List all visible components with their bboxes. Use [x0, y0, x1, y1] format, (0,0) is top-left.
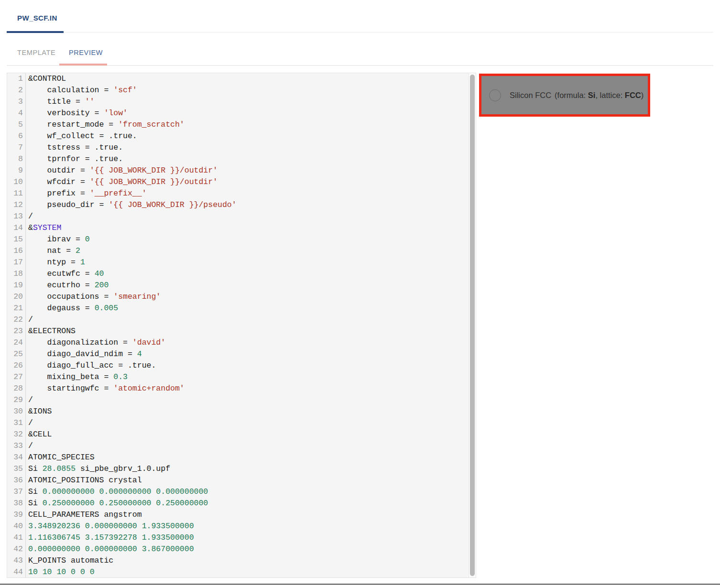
- code-token: '{{ JOB_WORK_DIR }}/pseudo': [109, 200, 236, 209]
- code-token: 'smearing': [113, 292, 161, 301]
- line-number: 18: [7, 268, 26, 280]
- line-number: 19: [7, 280, 26, 291]
- code-token: 0: [85, 235, 90, 244]
- code-line: 11 prefix = '__prefix__': [7, 188, 469, 199]
- code-token: tprnfor = .true.: [28, 154, 123, 163]
- code-line: 31/: [7, 417, 469, 429]
- line-number: 33: [7, 440, 26, 452]
- code-token: '': [85, 97, 95, 106]
- code-line: 38Si 0.250000000 0.250000000 0.250000000: [7, 498, 469, 509]
- code-token: /: [28, 395, 33, 404]
- code-line: 37Si 0.000000000 0.000000000 0.000000000: [7, 486, 469, 498]
- code-token: wf_collect = .true.: [28, 131, 137, 141]
- code-line: 25 diago_david_ndim = 4: [7, 348, 469, 360]
- material-name: Silicon FCC: [510, 91, 551, 99]
- editor-scrollbar-thumb[interactable]: [470, 75, 475, 576]
- bottom-divider: [0, 584, 720, 585]
- material-formula-prefix: (formula:: [555, 91, 588, 99]
- line-number: 28: [7, 383, 26, 394]
- line-number: 34: [7, 452, 26, 463]
- line-number: 4: [7, 108, 26, 119]
- code-token: 40: [95, 269, 104, 278]
- code-line: 411.116306745 3.157392278 1.933500000: [7, 532, 469, 544]
- subtabs-divider: [7, 65, 713, 66]
- page: PW_SCF.IN TEMPLATE PREVIEW 1&CONTROL2 ca…: [0, 0, 720, 588]
- code-token: K_POINTS automatic: [28, 556, 113, 565]
- material-option-label: Silicon FCC(formula: Si, lattice: FCC): [510, 91, 644, 100]
- editor-scrollbar[interactable]: [469, 73, 476, 577]
- code-token: ATOMIC_SPECIES: [28, 453, 95, 462]
- code-token: 'scf': [113, 86, 137, 95]
- code-token: ecutwfc =: [28, 269, 95, 278]
- line-number: 9: [7, 165, 26, 176]
- code-line: 4410 10 10 0 0 0: [7, 566, 469, 578]
- code-line: 36ATOMIC_POSITIONS crystal: [7, 475, 469, 486]
- code-line: 22/: [7, 314, 469, 326]
- line-number: 21: [7, 303, 26, 314]
- code-token: 'from_scratch': [118, 120, 185, 129]
- line-number: 31: [7, 417, 26, 429]
- code-line: 20 occupations = 'smearing': [7, 291, 469, 303]
- code-line: 8 tprnfor = .true.: [7, 153, 469, 165]
- code-token: /: [28, 315, 33, 324]
- code-token: /: [28, 418, 33, 427]
- code-token: pseudo_dir =: [28, 200, 109, 209]
- code-token: /: [28, 212, 33, 221]
- radio-button-icon[interactable]: [489, 89, 501, 101]
- line-number: 10: [7, 176, 26, 188]
- code-line: 32&CELL: [7, 429, 469, 440]
- line-number: 35: [7, 463, 26, 475]
- code-token: occupations =: [28, 292, 113, 301]
- code-token: diago_full_acc = .true.: [28, 361, 156, 370]
- material-option-silicon-fcc[interactable]: Silicon FCC(formula: Si, lattice: FCC): [479, 74, 650, 117]
- code-token: 4: [137, 349, 142, 359]
- code-line: 24 diagonalization = 'david': [7, 337, 469, 348]
- code-token: prefix =: [28, 189, 90, 198]
- code-line: 1&CONTROL: [7, 73, 469, 85]
- line-number: 36: [7, 475, 26, 486]
- line-number: 8: [7, 153, 26, 165]
- code-token: wfcdir =: [28, 177, 90, 186]
- code-token: &ELECTRONS: [28, 327, 76, 336]
- line-number: 16: [7, 245, 26, 257]
- code-editor[interactable]: 1&CONTROL2 calculation = 'scf'3 title = …: [7, 73, 476, 578]
- code-token: 0.000000000 0.000000000 3.867000000: [28, 544, 194, 554]
- line-number: 12: [7, 199, 26, 211]
- code-token: restart_mode =: [28, 120, 118, 129]
- line-number: 5: [7, 119, 26, 131]
- code-token: ecutrho =: [28, 281, 95, 290]
- material-formula-value: Si: [588, 91, 596, 99]
- tab-template[interactable]: TEMPLATE: [17, 49, 55, 56]
- code-token: 'low': [104, 109, 128, 118]
- line-number: 25: [7, 348, 26, 360]
- tab-preview[interactable]: PREVIEW: [69, 49, 103, 56]
- code-token: '{{ JOB_WORK_DIR }}/outdir': [90, 166, 218, 175]
- code-token: title =: [28, 97, 85, 106]
- line-number: 14: [7, 222, 26, 234]
- code-line: 28 startingwfc = 'atomic+random': [7, 383, 469, 394]
- code-line: 420.000000000 0.000000000 3.867000000: [7, 544, 469, 555]
- code-line: 27 mixing_beta = 0.3: [7, 371, 469, 383]
- line-number: 15: [7, 234, 26, 245]
- file-tabs-divider: [7, 32, 713, 33]
- code-line: 10 wfcdir = '{{ JOB_WORK_DIR }}/outdir': [7, 176, 469, 188]
- code-line: 9 outdir = '{{ JOB_WORK_DIR }}/outdir': [7, 165, 469, 176]
- code-token: startingwfc =: [28, 384, 113, 393]
- line-number: 39: [7, 509, 26, 521]
- code-token: diago_david_ndim =: [28, 349, 137, 359]
- line-number: 44: [7, 566, 26, 578]
- code-line: 34ATOMIC_SPECIES: [7, 452, 469, 463]
- code-token: degauss =: [28, 304, 95, 313]
- material-detail-suffix: ): [641, 91, 644, 99]
- code-token: '__prefix__': [90, 189, 147, 198]
- line-number: 40: [7, 521, 26, 532]
- code-token: 0.3: [113, 372, 128, 381]
- line-number: 27: [7, 371, 26, 383]
- code-token: 2: [76, 246, 80, 255]
- file-tab-pw-scf-in[interactable]: PW_SCF.IN: [17, 14, 57, 22]
- code-line: 4 verbosity = 'low': [7, 108, 469, 119]
- code-token: '{{ JOB_WORK_DIR }}/outdir': [90, 177, 218, 186]
- code-token: Si: [28, 487, 43, 496]
- file-tab-active-indicator: [7, 31, 64, 33]
- code-line: 15 ibrav = 0: [7, 234, 469, 245]
